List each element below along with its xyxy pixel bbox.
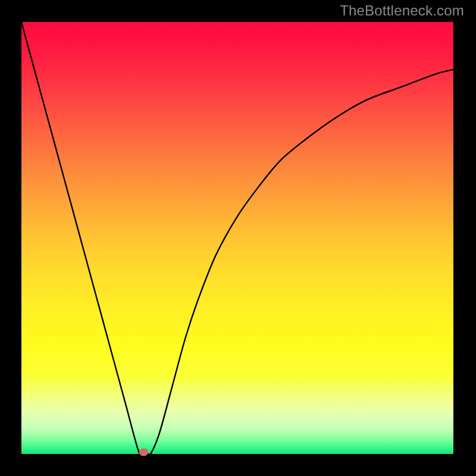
watermark-text: TheBottleneck.com — [340, 2, 464, 19]
plot-background — [21, 22, 453, 454]
bottleneck-point — [139, 449, 148, 456]
bottleneck-chart — [0, 0, 476, 476]
chart-container: TheBottleneck.com — [0, 0, 476, 476]
